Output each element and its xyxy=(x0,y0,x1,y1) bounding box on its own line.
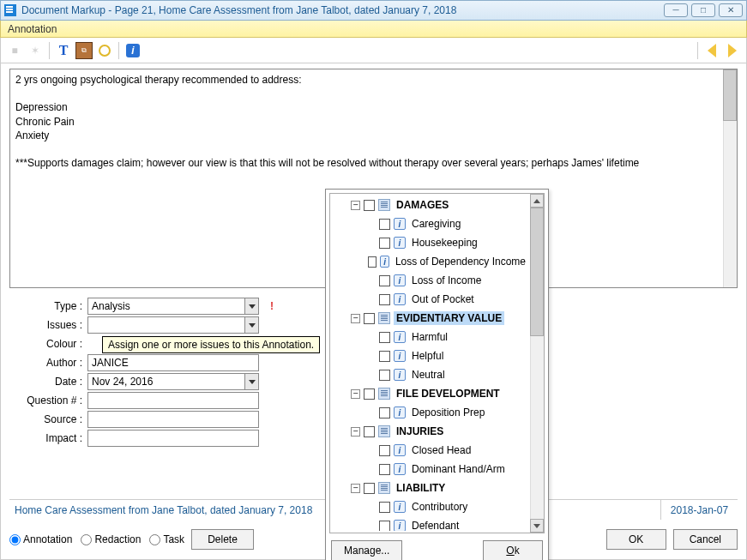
tree-group[interactable]: −EVIDENTIARY VALUE xyxy=(332,309,528,328)
folder-icon xyxy=(378,482,390,494)
date-dropdown-icon[interactable] xyxy=(244,374,258,389)
source-input[interactable] xyxy=(87,411,259,428)
radio-task[interactable]: Task xyxy=(149,533,184,545)
tree-checkbox[interactable] xyxy=(379,275,390,286)
radio-redaction[interactable]: Redaction xyxy=(81,533,141,545)
tree-checkbox[interactable] xyxy=(379,219,390,230)
delete-button[interactable]: Delete xyxy=(191,529,254,550)
tree-item[interactable]: iNeutral xyxy=(332,365,528,384)
tree-checkbox[interactable] xyxy=(364,483,375,494)
date-input[interactable] xyxy=(87,373,259,390)
close-button[interactable]: ✕ xyxy=(719,3,743,17)
issues-dropdown-icon[interactable] xyxy=(244,317,258,333)
tree-group-label: INJURIES xyxy=(394,425,446,438)
tree-item[interactable]: iDominant Hand/Arm xyxy=(332,460,528,479)
tree-scroll-down-icon[interactable] xyxy=(530,519,544,533)
tree-item[interactable]: iCaregiving xyxy=(332,214,528,233)
tree-item[interactable]: iOut of Pocket xyxy=(332,290,528,309)
window-title: Document Markup - Page 21, Home Care Ass… xyxy=(21,4,664,16)
tree-item[interactable]: iDeposition Prep xyxy=(332,403,528,422)
tree-body: −DAMAGESiCaregivingiHousekeepingiLoss of… xyxy=(329,193,545,533)
tree-checkbox[interactable] xyxy=(364,313,375,324)
puzzle-icon: ✶ xyxy=(27,42,44,59)
tree-group[interactable]: −LIABILITY xyxy=(332,479,528,497)
tree-group[interactable]: −FILE DEVELOPMENT xyxy=(332,384,528,403)
main-pane: 2 yrs ongoing psychological therapy reco… xyxy=(0,63,747,560)
tree-item[interactable]: iContributory xyxy=(332,497,528,516)
tree-checkbox[interactable] xyxy=(364,388,375,400)
issue-icon: i xyxy=(394,218,406,230)
issues-input[interactable] xyxy=(87,316,259,334)
tree-manage-button[interactable]: Manage... xyxy=(331,540,402,560)
tree-item-label: Helpful xyxy=(409,349,446,363)
tree-expander-icon[interactable]: − xyxy=(351,201,360,210)
issues-tooltip: Assign one or more issues to this Annota… xyxy=(102,336,320,353)
prev-arrow-icon[interactable] xyxy=(703,42,720,59)
ok-button[interactable]: OK xyxy=(606,529,666,550)
tree-checkbox[interactable] xyxy=(368,256,377,268)
type-dropdown-icon[interactable] xyxy=(244,298,258,314)
tree-expander-icon[interactable]: − xyxy=(351,389,360,399)
tree-item-label: Neutral xyxy=(409,368,448,382)
tree-item[interactable]: iHarmful xyxy=(332,328,528,346)
tree-item-label: Out of Pocket xyxy=(409,292,477,306)
tree-content: −DAMAGESiCaregivingiHousekeepingiLoss of… xyxy=(332,196,528,531)
cancel-button[interactable]: Cancel xyxy=(673,529,738,550)
tree-ok-button[interactable]: Ok xyxy=(483,540,543,560)
type-input[interactable] xyxy=(87,298,259,315)
menu-annotation[interactable]: Annotation xyxy=(8,23,57,35)
tree-item[interactable]: iClosed Head xyxy=(332,441,528,460)
tree-checkbox[interactable] xyxy=(379,445,390,456)
tree-checkbox[interactable] xyxy=(379,502,390,513)
radio-annotation[interactable]: Annotation xyxy=(9,533,72,545)
text-tool-icon[interactable]: T xyxy=(55,42,72,59)
text-scroll-thumb[interactable] xyxy=(723,69,737,121)
author-input[interactable] xyxy=(87,354,259,371)
tree-checkbox[interactable] xyxy=(364,200,375,211)
tree-checkbox[interactable] xyxy=(379,351,390,362)
tree-item-label: Harmful xyxy=(409,330,450,344)
tree-group-label: EVIDENTIARY VALUE xyxy=(394,311,504,325)
tree-checkbox[interactable] xyxy=(379,464,390,475)
toolbar: ■ ✶ T ⧉ i xyxy=(0,38,747,63)
issue-icon: i xyxy=(394,350,406,362)
tree-checkbox[interactable] xyxy=(364,426,375,437)
priority-flag-icon[interactable]: ! xyxy=(266,299,278,313)
issue-icon: i xyxy=(394,237,406,249)
tree-item[interactable]: iDefendant xyxy=(332,516,528,531)
tree-checkbox[interactable] xyxy=(379,332,390,343)
tree-item[interactable]: iLoss of Dependency Income xyxy=(332,252,528,271)
issues-tree-popup: −DAMAGESiCaregivingiHousekeepingiLoss of… xyxy=(325,189,549,560)
tree-scroll-thumb[interactable] xyxy=(530,208,544,336)
tree-checkbox[interactable] xyxy=(379,407,390,418)
form-tool-icon[interactable]: ⧉ xyxy=(75,42,93,59)
tree-item[interactable]: iHousekeeping xyxy=(332,233,528,252)
date-combo[interactable] xyxy=(87,373,259,390)
tree-item-label: Deposition Prep xyxy=(409,406,487,419)
tree-checkbox[interactable] xyxy=(379,521,390,532)
tree-group[interactable]: −DAMAGES xyxy=(332,196,528,214)
tree-item[interactable]: iLoss of Income xyxy=(332,271,528,290)
tree-checkbox[interactable] xyxy=(379,238,390,249)
tree-item-label: Caregiving xyxy=(409,217,463,231)
impact-input[interactable] xyxy=(87,430,259,447)
tree-checkbox[interactable] xyxy=(379,370,390,381)
tree-expander-icon[interactable]: − xyxy=(351,484,360,493)
highlight-tool-icon[interactable] xyxy=(96,42,113,59)
tree-expander-icon[interactable]: − xyxy=(351,427,360,437)
tree-item[interactable]: iHelpful xyxy=(332,346,528,365)
tree-checkbox[interactable] xyxy=(379,294,390,305)
question-input[interactable] xyxy=(87,392,259,409)
maximize-button[interactable]: □ xyxy=(691,3,715,17)
tree-group-label: LIABILITY xyxy=(394,481,448,495)
issues-combo[interactable] xyxy=(87,316,259,334)
tree-expander-icon[interactable]: − xyxy=(351,314,360,323)
tree-scroll-up-icon[interactable] xyxy=(530,194,544,208)
info-icon[interactable]: i xyxy=(124,42,142,59)
next-arrow-icon[interactable] xyxy=(724,42,741,59)
type-combo[interactable] xyxy=(87,298,259,315)
tree-item-label: Dominant Hand/Arm xyxy=(409,462,508,476)
mode-radio-group: Annotation Redaction Task xyxy=(9,533,184,545)
minimize-button[interactable]: ─ xyxy=(664,3,688,17)
tree-group[interactable]: −INJURIES xyxy=(332,422,528,441)
